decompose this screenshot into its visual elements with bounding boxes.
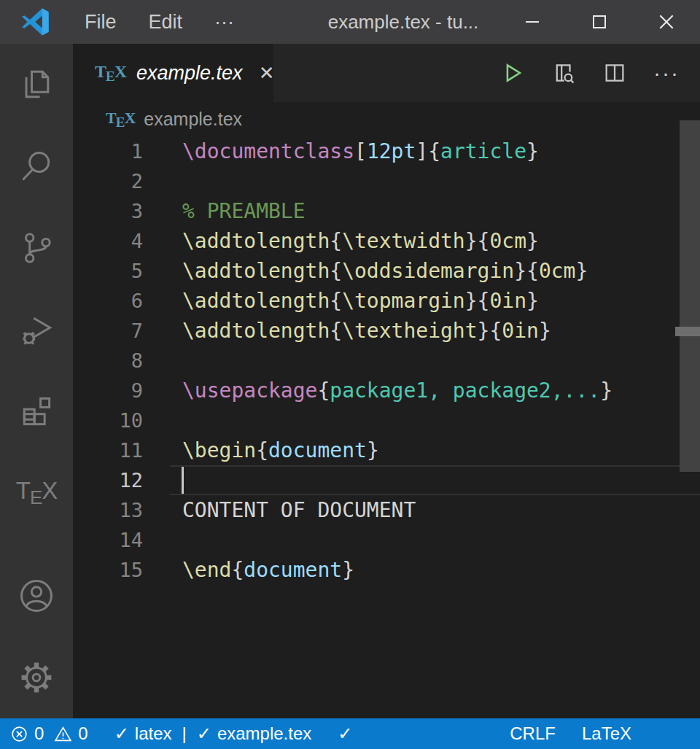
sidebar-item-settings[interactable] (0, 637, 73, 718)
line-number[interactable]: 8 (73, 349, 143, 372)
line-number[interactable]: 14 (73, 529, 143, 551)
sidebar-item-explorer[interactable] (0, 44, 73, 125)
code-text: \addtolength{\oddsidemargin}{0cm} (143, 259, 588, 283)
tex-file-icon: TEX (95, 62, 126, 85)
code-editor[interactable]: 1\documentclass[12pt]{article}23% PREAMB… (73, 136, 700, 718)
code-line[interactable]: 2 (73, 166, 700, 196)
minimize-icon (524, 13, 541, 31)
build-latex-icon[interactable] (500, 61, 525, 85)
code-line[interactable]: 15\end{document} (73, 555, 700, 585)
warning-count: 0 (78, 723, 88, 744)
line-number[interactable]: 12 (73, 469, 143, 492)
code-text: \usepackage{package1, package2,...} (143, 379, 612, 403)
tab-actions: ··· (500, 44, 700, 102)
eol-indicator[interactable]: CRLF (510, 723, 556, 744)
text-cursor (182, 466, 184, 494)
line-number[interactable]: 11 (73, 439, 143, 462)
code-line[interactable]: 6\addtolength{\topmargin}{0in} (73, 286, 700, 316)
check-icon: ✓ (338, 723, 352, 744)
code-text: \end{document} (143, 558, 354, 582)
code-line[interactable]: 12 (73, 465, 700, 495)
line-number[interactable]: 3 (73, 200, 143, 222)
tab-example-tex[interactable]: TEX example.tex ✕ (73, 44, 273, 102)
status-bar: 0 0 ✓ latex | ✓ example.tex ✓ CRLF LaTeX (0, 718, 700, 749)
latex-build-status[interactable]: ✓ latex | ✓ example.tex (114, 718, 312, 749)
code-text: \addtolength{\textheight}{0in} (143, 319, 551, 343)
minimize-button[interactable] (499, 0, 566, 44)
run-debug-icon (18, 311, 55, 349)
window-title: example.tex - tu... (328, 0, 479, 44)
line-number[interactable]: 15 (73, 559, 143, 581)
line-number[interactable]: 1 (73, 140, 143, 163)
maximize-button[interactable] (566, 0, 633, 44)
problems-indicator[interactable]: 0 0 (10, 718, 88, 749)
search-icon (18, 147, 55, 185)
tex-activity-icon: TEX (16, 477, 58, 509)
more-actions-icon[interactable]: ··· (653, 61, 680, 85)
code-line[interactable]: 7\addtolength{\textheight}{0in} (73, 316, 700, 346)
close-button[interactable] (633, 0, 700, 44)
line-number[interactable]: 5 (73, 260, 143, 282)
code-line[interactable]: 3% PREAMBLE (73, 196, 700, 226)
code-text: \begin{document} (143, 438, 379, 462)
tab-label: example.tex (136, 62, 243, 85)
split-editor-icon[interactable] (602, 61, 627, 85)
account-icon (18, 577, 55, 615)
menu-file[interactable]: File (69, 0, 133, 44)
code-line[interactable]: 13CONTENT OF DOCUMENT (73, 495, 700, 525)
sidebar-item-search[interactable] (0, 125, 73, 207)
code-text: \addtolength{\textwidth}{0cm} (143, 229, 539, 253)
sidebar-item-run-debug[interactable] (0, 289, 73, 370)
menu-overflow[interactable]: ··· (198, 0, 250, 44)
code-text: CONTENT OF DOCUMENT (143, 498, 416, 522)
code-line[interactable]: 1\documentclass[12pt]{article} (73, 136, 700, 166)
line-number[interactable]: 4 (73, 230, 143, 252)
code-line[interactable]: 9\usepackage{package1, package2,...} (73, 376, 700, 405)
activity-bar: TEX (0, 44, 73, 718)
close-icon (657, 12, 676, 31)
overview-ruler-marker (675, 327, 700, 336)
line-number[interactable]: 2 (73, 170, 143, 193)
code-text: \addtolength{\topmargin}{0in} (143, 289, 539, 313)
maximize-icon (591, 13, 608, 31)
extensions-icon (18, 392, 55, 430)
sidebar-item-extensions[interactable] (0, 370, 73, 452)
sidebar-item-latex-workshop[interactable]: TEX (0, 452, 73, 534)
code-lines: 1\documentclass[12pt]{article}23% PREAMB… (73, 136, 700, 585)
line-number[interactable]: 9 (73, 379, 143, 402)
check-icon: ✓ (114, 723, 129, 744)
line-number[interactable]: 6 (73, 290, 143, 312)
error-icon (10, 725, 28, 743)
lint-status[interactable]: ✓ (338, 718, 352, 749)
window-controls (499, 0, 700, 44)
line-number[interactable]: 10 (73, 409, 143, 432)
build-label: latex (135, 723, 172, 744)
line-number[interactable]: 7 (73, 319, 143, 342)
breadcrumb-item[interactable]: example.tex (144, 109, 242, 130)
tab-close-icon[interactable]: ✕ (259, 62, 275, 85)
breadcrumb[interactable]: TEX example.tex (73, 102, 700, 136)
build-file-label: example.tex (217, 723, 311, 744)
menu-edit[interactable]: Edit (133, 0, 199, 44)
vertical-scrollbar[interactable] (680, 120, 700, 472)
warning-icon (54, 725, 72, 743)
code-text: % PREAMBLE (143, 199, 306, 223)
view-pdf-preview-icon[interactable] (551, 61, 576, 85)
vscode-logo-icon (19, 7, 52, 37)
code-line[interactable]: 5\addtolength{\oddsidemargin}{0cm} (73, 256, 700, 286)
code-line[interactable]: 8 (73, 346, 700, 376)
sidebar-item-accounts[interactable] (0, 555, 73, 637)
code-line[interactable]: 14 (73, 525, 700, 555)
separator: | (182, 723, 187, 744)
language-mode[interactable]: LaTeX (582, 723, 631, 744)
titlebar: File Edit ··· example.tex - tu... (0, 0, 700, 44)
menubar: File Edit ··· (69, 0, 250, 44)
code-line[interactable]: 11\begin{document} (73, 435, 700, 465)
code-line[interactable]: 4\addtolength{\textwidth}{0cm} (73, 226, 700, 256)
code-line[interactable]: 10 (73, 405, 700, 435)
files-icon (18, 66, 55, 104)
gear-icon (18, 659, 55, 696)
sidebar-item-source-control[interactable] (0, 207, 73, 289)
line-number[interactable]: 13 (73, 499, 143, 521)
source-control-icon (18, 229, 55, 267)
